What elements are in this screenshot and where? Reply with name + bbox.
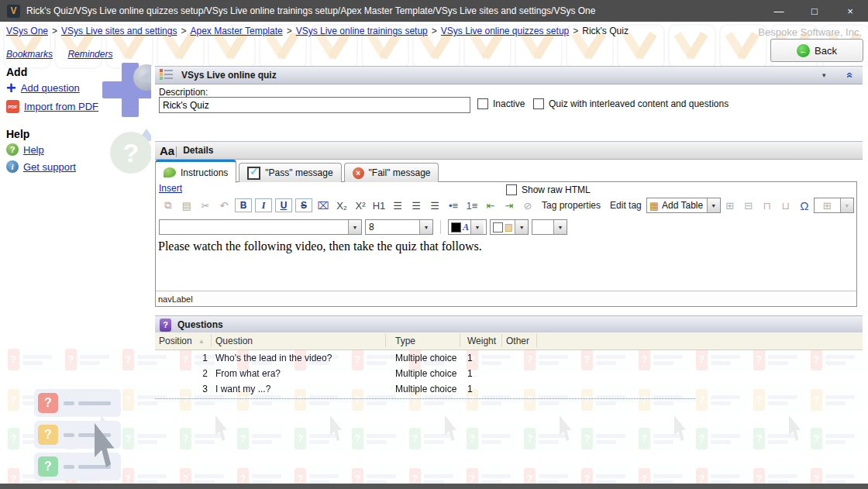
special-char-button[interactable]: Ω [795,198,814,213]
border-style-dropdown[interactable]: ▼ [532,219,567,235]
underline-button[interactable]: U [275,198,292,212]
numbered-list-icon[interactable]: 1≡ [463,198,481,213]
outdent-icon[interactable]: ⇤ [481,198,500,213]
interleaved-checkbox[interactable] [533,98,544,109]
window-title: Rick's Quiz/VSys Live online quizzes set… [26,5,761,16]
italic-button[interactable]: I [255,198,272,212]
reminders-link[interactable]: Reminders [67,49,112,60]
table-style-dropdown[interactable]: ⊞ ▼ [814,198,854,213]
strikethrough-button[interactable]: S [295,198,312,212]
cut-icon[interactable]: ✂ [196,198,215,213]
dropdown-arrow-icon[interactable]: ▼ [553,220,567,234]
sidebar-item-get-support[interactable]: i Get support [6,160,76,173]
bold-button[interactable]: B [235,198,252,212]
add-table-dropdown[interactable]: ▦ Add Table ▼ [646,198,721,213]
inactive-checkbox-row[interactable]: Inactive [477,98,525,109]
breadcrumb-link[interactable]: VSys Live online trainings setup [296,26,428,36]
bookmarks-link[interactable]: Bookmarks [6,49,53,60]
watermark-tile: ? [580,425,634,453]
sidebar-item-add-question[interactable]: + Add question [6,82,80,94]
merge-cells-icon[interactable]: ⊓ [758,198,777,213]
cell-position: 1 [155,353,208,363]
close-button[interactable]: × [832,0,868,22]
table-row[interactable]: 2From what era?Multiple choice1 [155,366,863,381]
align-right-icon[interactable]: ☰ [425,198,444,213]
panel-menu-icon[interactable]: ▼ [821,72,827,79]
delete-cells-icon[interactable]: ⊟ [739,198,758,213]
superscript-button[interactable]: X² [351,198,370,213]
watermark-tile: ? [350,465,405,484]
add-question-link[interactable]: Add question [21,82,80,94]
inactive-checkbox[interactable] [477,98,488,109]
tag-properties-button[interactable]: Tag properties [542,200,601,211]
dropdown-arrow-icon[interactable]: ▼ [470,220,484,234]
column-position[interactable]: Position [159,336,192,346]
insert-link[interactable]: Insert [159,183,182,194]
description-input[interactable] [159,97,470,113]
editor-content[interactable]: Please watch the following video, then t… [156,236,856,291]
editor-toolbar-row1: ⧉▤✂↶BIUS⌧X₂X²H1☰☰☰•≡1≡⇤⇥⊘ Tag properties… [159,195,854,215]
help-watermark-icon: ? [110,132,155,177]
editor-statusbar: navLabel [156,291,856,306]
edit-tag-button[interactable]: Edit tag [610,200,642,211]
paste-icon[interactable]: ▤ [177,198,196,213]
breadcrumb-link[interactable]: VSys Live sites and settings [61,26,177,36]
tab-label: Instructions [181,167,228,178]
collapse-panel-icon[interactable]: « [844,72,856,78]
cell-weight: 1 [467,353,473,363]
bullet-list-icon[interactable]: •≡ [444,198,463,213]
font-size-dropdown[interactable]: 8 ▼ [365,219,433,235]
interleaved-checkbox-row[interactable]: Quiz with interleaved content and questi… [533,98,728,109]
dropdown-arrow-icon[interactable]: ▼ [348,220,361,234]
column-other[interactable]: Other [506,336,529,346]
description-label: Description: [159,87,208,98]
add-section-title: Add [6,66,27,78]
undo-icon[interactable]: ↶ [215,198,233,213]
heading1-button[interactable]: H1 [370,198,388,213]
interleaved-label: Quiz with interleaved content and questi… [549,98,728,109]
font-name-dropdown[interactable]: ▼ [159,219,362,235]
back-button[interactable]: ← Back [770,39,863,62]
get-support-link[interactable]: Get support [23,161,76,173]
breadcrumb-link[interactable]: Apex Master Template [190,26,282,36]
maximize-button[interactable]: □ [797,0,832,22]
dropdown-arrow-icon[interactable]: ▼ [515,220,528,234]
no-tags-icon[interactable]: ⊘ [518,198,537,213]
questions-table: Position ▲ Question Type Weight Other 1W… [155,332,863,397]
font-color-dropdown[interactable]: A ▼ [448,219,487,235]
quiz-panel-title: VSys Live online quiz [181,70,277,81]
table-row[interactable]: 3I want my ...?Multiple choice1 [155,381,863,397]
align-left-icon[interactable]: ☰ [388,198,407,213]
column-question[interactable]: Question [215,336,253,346]
help-link[interactable]: Help [23,144,44,156]
align-center-icon[interactable]: ☰ [407,198,425,213]
column-weight[interactable]: Weight [467,336,496,346]
subscript-button[interactable]: X₂ [332,198,351,213]
dropdown-arrow-icon[interactable]: ▼ [707,198,720,212]
column-type[interactable]: Type [395,336,415,346]
import-pdf-link[interactable]: Import from PDF [24,101,98,112]
highlight-color-dropdown[interactable]: ▨ ▼ [490,219,529,235]
copy-icon[interactable]: ⧉ [159,198,177,213]
show-raw-html-row[interactable]: Show raw HTML [506,184,591,195]
minimize-button[interactable]: — [761,0,797,22]
watermark-tile: ? [350,425,405,453]
sidebar-item-import-pdf[interactable]: PDF Import from PDF [6,100,98,113]
sidebar-item-help[interactable]: ? Help [6,143,44,156]
table-icon: ▦ [649,200,659,212]
dropdown-arrow-icon[interactable]: ▼ [419,220,432,234]
clear-formatting-icon[interactable]: ⌧ [314,198,332,213]
dropdown-arrow-icon[interactable]: ▼ [840,198,853,212]
tab-fail-message[interactable]: × "Fail" message [344,163,439,182]
back-button-label: Back [815,45,837,57]
breadcrumb-link[interactable]: VSys One [6,26,48,36]
questions-table-header[interactable]: Position ▲ Question Type Weight Other [155,332,863,350]
split-cells-icon[interactable]: ⊔ [777,198,795,213]
tab-instructions[interactable]: Instructions [155,160,236,183]
table-row[interactable]: 1Who's the lead in the video?Multiple ch… [155,350,863,366]
show-raw-html-checkbox[interactable] [506,184,517,195]
indent-icon[interactable]: ⇥ [500,198,518,213]
tab-pass-message[interactable]: ✓ "Pass" message [239,163,341,182]
insert-cells-icon[interactable]: ⊞ [721,198,739,213]
breadcrumb-link[interactable]: VSys Live online quizzes setup [441,26,569,36]
